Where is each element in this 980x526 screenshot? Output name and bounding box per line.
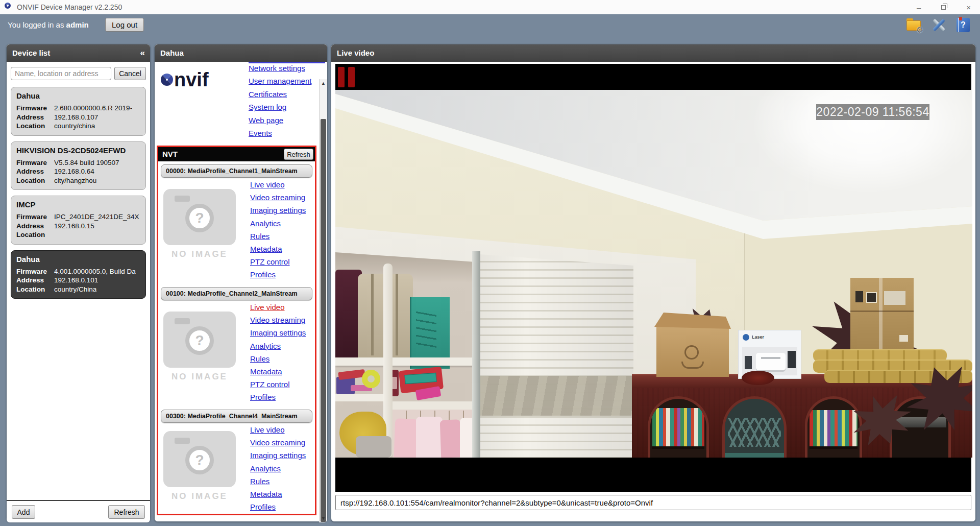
link-profiles[interactable]: Profiles [250,393,306,405]
link-imaging-settings[interactable]: Imaging settings [250,206,306,219]
camera-placeholder-icon: ? [163,431,236,487]
link-ptz-control[interactable]: PTZ control [250,257,306,270]
link-rules[interactable]: Rules [250,477,306,490]
maximize-button[interactable] [941,5,946,10]
firmware-value: 2.680.0000000.6.R 2019- [54,104,132,113]
link-user-management[interactable]: User management [249,77,311,89]
location-value: country/china [54,122,95,131]
device-name: Dahua [16,255,140,264]
link-ptz-control[interactable]: PTZ control [250,380,306,393]
maintenance-tools-icon[interactable] [930,17,947,33]
cancel-button[interactable]: Cancel [114,67,146,80]
device-name: IMCP [16,200,140,209]
camera-viewfinder-shape [175,438,190,444]
media-profile-header[interactable]: 00300: MediaProfile_Channel4_MainStream [161,410,312,423]
link-certificates[interactable]: Certificates [249,90,311,103]
nvt-refresh-button[interactable]: Refresh [284,149,313,160]
profile-links: Live video Video streaming Imaging setti… [250,425,306,515]
stream-url-input[interactable] [335,495,971,510]
scroll-up-arrow[interactable]: ▲ [320,79,327,87]
link-live-video[interactable]: Live video [250,425,306,438]
live-video-header: Live video [331,44,975,62]
refresh-devices-button[interactable]: Refresh [108,505,145,519]
logout-button[interactable]: Log out [105,18,144,32]
scene-hp-box-text: Laser [752,334,764,340]
link-imaging-settings[interactable]: Imaging settings [250,451,306,464]
scene-arch-door [648,396,709,458]
media-profile-header[interactable]: 00100: MediaProfile_Channel2_MainStream [161,287,312,300]
scene-gray-bundle [356,436,391,458]
address-value: 192.168.0.101 [54,276,98,285]
close-button[interactable]: × [966,3,971,12]
scene-shipping-box [850,278,914,350]
link-video-streaming[interactable]: Video streaming [250,193,306,206]
login-username: admin [66,20,89,29]
address-value: 192.168.0.64 [54,167,94,176]
scene-clothes [440,419,462,458]
minimize-button[interactable]: – [917,3,921,12]
no-image-label: NO IMAGE [163,249,236,259]
link-metadata[interactable]: Metadata [250,245,306,257]
link-events[interactable]: Events [249,129,311,141]
camera-lens-question-icon: ? [185,326,214,355]
scene-printer-slot [761,357,780,359]
scrollbar-thumb[interactable] [321,119,326,522]
link-rules[interactable]: Rules [250,232,306,245]
scene-qr-label [855,291,863,302]
location-label: Location [16,122,54,131]
link-analytics[interactable]: Analytics [250,342,306,354]
camera-viewfinder-shape [175,196,190,202]
device-card-selected[interactable]: Dahua Firmware4.001.0000005.0, Build Da … [11,250,146,299]
nvt-section: NVT Refresh 00000: MediaProfile_Channel1… [157,146,316,515]
device-detail-panel: Dahua nvif Network settings User managem… [154,44,328,522]
address-label: Address [16,113,54,122]
link-analytics[interactable]: Analytics [250,219,306,232]
link-profiles[interactable]: Profiles [250,503,306,515]
link-metadata[interactable]: Metadata [250,367,306,380]
pause-bar-shape [348,67,355,87]
link-rules[interactable]: Rules [250,354,306,367]
device-settings-icon[interactable]: ⚙ [905,17,923,33]
scene-tape-roll [362,370,380,388]
link-video-streaming[interactable]: Video streaming [250,438,306,451]
scene-books-row [652,408,704,449]
link-imaging-settings[interactable]: Imaging settings [250,328,306,341]
add-device-button[interactable]: Add [12,505,35,519]
link-metadata[interactable]: Metadata [250,490,306,503]
device-detail-title: Dahua [160,49,184,57]
scene-glass-reflection [728,418,781,447]
help-book-icon[interactable]: ? [954,17,972,33]
firmware-label: Firmware [16,267,54,276]
device-card[interactable]: IMCP FirmwareIPC_2401DE_2421DE_34X Addre… [11,196,146,245]
vertical-scrollbar[interactable]: ▲ ▼ [319,79,327,522]
onvif-logo: nvif [161,70,209,89]
device-card[interactable]: HIKVISION DS-2CD5024EFWD FirmwareV5.5.84… [11,141,146,190]
onvif-logo-text: nvif [174,70,209,89]
link-network-settings[interactable]: Network settings [249,64,311,77]
pause-button[interactable] [338,66,357,88]
link-web-page[interactable]: Web page [249,116,311,129]
scene-small-label [899,335,908,342]
link-video-streaming[interactable]: Video streaming [250,316,306,328]
onvif-logo-ring [161,74,173,86]
device-card[interactable]: Dahua Firmware2.680.0000000.6.R 2019- Ad… [11,87,146,136]
scroll-down-arrow[interactable]: ▼ [320,514,327,522]
no-image-placeholder: ? NO IMAGE [163,431,236,501]
scene-clothes [416,417,443,458]
link-analytics[interactable]: Analytics [250,464,306,477]
media-profile-header[interactable]: 00000: MediaProfile_Channel1_MainStream [161,164,312,178]
scene-door-shade [480,254,633,458]
camera-placeholder-icon: ? [163,312,236,368]
device-search-input[interactable] [11,67,111,80]
firmware-label: Firmware [16,158,54,168]
link-system-log[interactable]: System log [249,103,311,115]
scene-bag-strap [396,274,398,355]
scene-camera-box-print [684,345,699,360]
link-profiles[interactable]: Profiles [250,270,306,283]
media-profile-body: ? NO IMAGE Live video Video streaming Im… [158,178,315,284]
device-name: Dahua [16,91,140,100]
collapse-panel-icon[interactable]: « [140,44,145,62]
link-live-video[interactable]: Live video [250,180,306,193]
link-live-video-active[interactable]: Live video [250,303,306,316]
no-image-placeholder: ? NO IMAGE [163,189,236,259]
